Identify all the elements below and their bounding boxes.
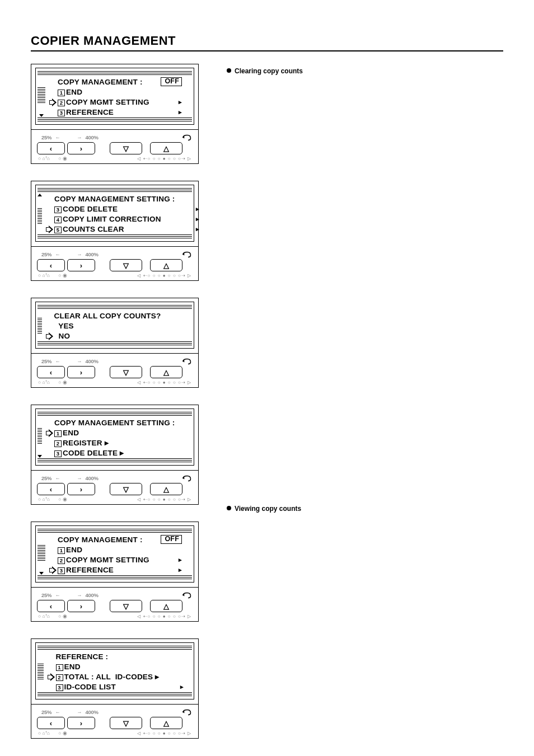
menu-item[interactable]: NO — [43, 331, 187, 341]
menu-item[interactable]: 3CODE DELETE▸ — [43, 448, 201, 458]
control-strip: 25%←→400% ‹ › ▽ △ ○ ⌂ꜛ⌂ ○ ◉ ◁ ⇠○ ○ ○ ● ○… — [31, 353, 198, 387]
lcd-title-row: COPY MANAGEMENT : OFF — [46, 534, 183, 544]
lcd-title-row: REFERENCE : — [45, 651, 185, 661]
foot-indicator-left: ○ ⌂ꜛ⌂ — [38, 379, 50, 385]
foot-dots: ◁ ⇠○ ○ ○ ● ○ ○ ○⇢ ▷ — [137, 156, 191, 161]
note-clearing: Clearing copy counts — [227, 67, 503, 75]
pointer-icon — [45, 332, 53, 339]
lcd-screen: COPY MANAGEMENT : OFF 1END 2COPY MGMT SE… — [35, 525, 194, 583]
lcd-title: COPY MANAGEMENT : — [58, 536, 157, 544]
menu-item[interactable]: 3REFERENCE▸ — [46, 107, 183, 117]
submenu-arrow-icon: ▸ — [180, 684, 184, 690]
up-button[interactable]: △ — [150, 366, 182, 378]
menu-item[interactable]: 2COPY MGMT SETTING▸ — [46, 555, 183, 565]
item-number-icon: 1 — [58, 547, 65, 554]
submenu-arrow-icon: ▸ — [196, 226, 199, 232]
menu-item-label: 3CODE DELETE — [54, 205, 175, 213]
item-number-icon: 3 — [54, 450, 62, 457]
foot-indicator-mid: ○ ◉ — [58, 613, 67, 619]
down-button[interactable]: ▽ — [110, 366, 142, 378]
menu-item-label: 3REFERENCE — [58, 566, 157, 574]
left-button[interactable]: ‹ — [37, 600, 65, 612]
right-button[interactable]: › — [67, 483, 95, 495]
up-button[interactable]: △ — [150, 142, 182, 154]
status-box: OFF — [161, 77, 182, 86]
lcd-title-row: CLEAR ALL COPY COUNTS? — [43, 311, 187, 321]
menu-item[interactable]: 2REGISTER▸ — [43, 438, 201, 448]
zoom-readout: 25%←→400% — [41, 251, 99, 257]
menu-item[interactable]: YES — [43, 321, 187, 331]
down-button[interactable]: ▽ — [110, 600, 142, 612]
left-button[interactable]: ‹ — [37, 717, 65, 729]
lcd-screen: REFERENCE : 1END 2TOTAL : ALL ID-CODES▸ … — [35, 642, 194, 699]
menu-item[interactable]: 1END — [45, 661, 185, 672]
left-button[interactable]: ‹ — [37, 483, 65, 495]
menu-item-label: 1END — [58, 546, 157, 554]
note-viewing: Viewing copy counts — [227, 505, 503, 513]
zoom-readout: 25%←→400% — [41, 709, 99, 715]
lcd-title: CLEAR ALL COPY COUNTS? — [54, 312, 161, 320]
lcd-panel-2: CLEAR ALL COPY COUNTS? YES NO — [31, 298, 199, 388]
lcd-title: COPY MANAGEMENT : — [58, 78, 157, 86]
item-number-icon: 2 — [56, 674, 63, 681]
foot-indicator-left: ○ ⌂ꜛ⌂ — [38, 613, 50, 619]
control-strip: 25%←→400% ‹ › ▽ △ ○ ⌂ꜛ⌂ ○ ◉ ◁ ⇠○ ○ ○ ● ○… — [31, 246, 198, 280]
lcd-screen: COPY MANAGEMENT SETTING : 3CODE DELETE▸ … — [35, 185, 194, 242]
up-button[interactable]: △ — [150, 259, 182, 271]
menu-item[interactable]: 2TOTAL : ALL ID-CODES▸ — [45, 672, 185, 682]
menu-item-label: 3ID-CODE LIST — [56, 683, 160, 691]
lcd-panel-4: COPY MANAGEMENT : OFF 1END 2COPY MGMT SE… — [31, 522, 199, 622]
submenu-arrow-icon: ▸ — [196, 206, 199, 212]
down-button[interactable]: ▽ — [110, 483, 142, 495]
control-strip: 25%←→400% ‹ › ▽ △ ○ ⌂ꜛ⌂ ○ ◉ ◁ ⇠○ ○ ○ ● ○… — [31, 704, 198, 738]
menu-item-label: 2COPY MGMT SETTING — [58, 98, 157, 106]
foot-dots: ◁ ⇠○ ○ ○ ● ○ ○ ○⇢ ▷ — [137, 273, 191, 278]
item-number-icon: 1 — [58, 90, 65, 96]
pointer-icon — [48, 566, 56, 573]
foot-dots: ◁ ⇠○ ○ ○ ● ○ ○ ○⇢ ▷ — [137, 614, 191, 619]
submenu-arrow-icon: ▸ — [179, 557, 182, 563]
menu-item[interactable]: 1END — [46, 544, 183, 555]
foot-indicator-mid: ○ ◉ — [58, 156, 67, 161]
left-button[interactable]: ‹ — [37, 366, 65, 378]
menu-item[interactable]: 1END — [43, 428, 201, 438]
item-number-icon: 1 — [56, 664, 63, 671]
lcd-title: COPY MANAGEMENT SETTING : — [54, 419, 175, 427]
foot-indicator-left: ○ ⌂ꜛ⌂ — [38, 273, 50, 278]
menu-item[interactable]: 3ID-CODE LIST▸ — [45, 682, 185, 692]
right-button[interactable]: › — [67, 717, 95, 729]
lcd-panel-5: REFERENCE : 1END 2TOTAL : ALL ID-CODES▸ … — [31, 638, 199, 739]
up-button[interactable]: △ — [150, 600, 182, 612]
menu-item-label: 2COPY MGMT SETTING — [58, 556, 157, 564]
down-button[interactable]: ▽ — [110, 259, 142, 271]
control-strip: 25%←→400% ‹ › ▽ △ ○ ⌂ꜛ⌂ ○ ◉ ◁ ⇠○ ○ ○ ● ○… — [31, 587, 198, 621]
item-number-icon: 3 — [54, 206, 62, 213]
pointer-icon — [48, 98, 56, 105]
menu-item[interactable]: 5COUNTS CLEAR▸ — [43, 224, 201, 234]
left-button[interactable]: ‹ — [37, 142, 65, 154]
lcd-screen: COPY MANAGEMENT SETTING : 1END 2REGISTER… — [35, 408, 194, 466]
instructions-column: Clearing copy counts Viewing copy counts — [227, 64, 503, 755]
submenu-arrow-icon: ▸ — [179, 99, 182, 105]
right-button[interactable]: › — [67, 259, 95, 271]
down-button[interactable]: ▽ — [110, 142, 142, 154]
up-button[interactable]: △ — [150, 483, 182, 495]
right-button[interactable]: › — [67, 142, 95, 154]
lcd-title: REFERENCE : — [56, 652, 160, 661]
right-button[interactable]: › — [67, 366, 95, 378]
menu-item-label: 4COPY LIMIT CORRECTION — [54, 215, 175, 223]
menu-item[interactable]: 4COPY LIMIT CORRECTION▸ — [43, 214, 201, 224]
menu-item[interactable]: 3REFERENCE▸ — [46, 565, 183, 575]
lcd-title-row: COPY MANAGEMENT : OFF — [46, 77, 183, 87]
zoom-readout: 25%←→400% — [41, 592, 99, 598]
menu-item[interactable]: 1END — [46, 87, 183, 97]
item-number-icon: 2 — [58, 557, 65, 564]
right-button[interactable]: › — [67, 600, 95, 612]
menu-item[interactable]: 2COPY MGMT SETTING▸ — [46, 97, 183, 107]
left-button[interactable]: ‹ — [37, 259, 65, 271]
menu-item[interactable]: 3CODE DELETE▸ — [43, 204, 201, 214]
down-button[interactable]: ▽ — [110, 717, 142, 729]
up-button[interactable]: △ — [150, 717, 182, 729]
lcd-screen: CLEAR ALL COPY COUNTS? YES NO — [35, 302, 194, 349]
lcd-panel-3: COPY MANAGEMENT SETTING : 1END 2REGISTER… — [31, 405, 199, 505]
